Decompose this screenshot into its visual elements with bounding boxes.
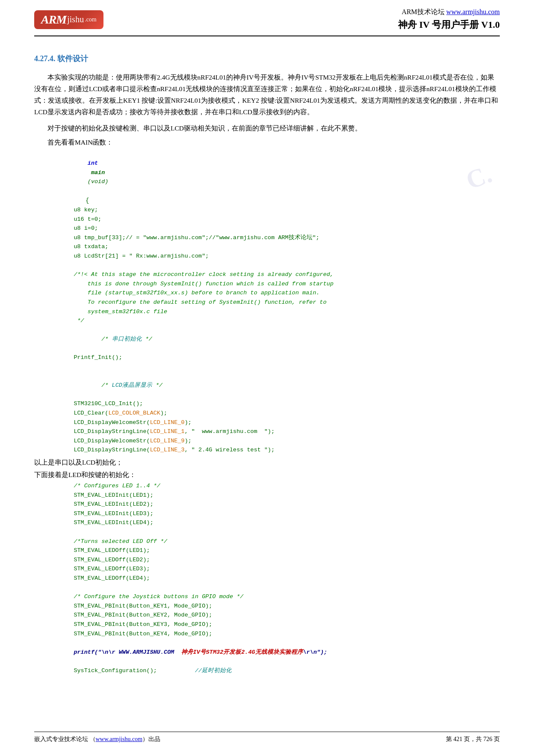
code-ledoff3: STM_EVAL_LEDOff(LED3); <box>60 564 500 574</box>
code-joy4: STM_EVAL_PBInit(Button_KEY4, Mode_GPIO); <box>60 629 500 639</box>
code-joy3: STM_EVAL_PBInit(Button_KEY3, Mode_GPIO); <box>60 620 500 629</box>
code-printf-line: printf("\n\r WWW.ARMJISHU.COM 神舟IV号STM32… <box>60 648 500 657</box>
para2: 对于按键的初始化及按键检测、串口以及LCD驱动相关知识，在前面的章节已经详细讲解… <box>34 122 500 134</box>
code-led4: STM_EVAL_LEDInit(LED4); <box>60 518 500 528</box>
code-led1: STM_EVAL_LEDInit(LED1); <box>60 491 500 500</box>
code-comment5: system_stm32f10x.c file <box>60 307 500 317</box>
logo-jishu: jishu <box>67 15 84 24</box>
para3: 首先看看MAIN函数： <box>34 138 500 147</box>
code-var3: u8 i=0; <box>60 224 500 233</box>
code-block-led: /* Configures LED 1..4 */ STM_EVAL_LEDIn… <box>60 481 500 675</box>
code-lcd1: STM3210C_LCD_Init(); <box>60 399 500 409</box>
code-joy-comment: /* Configure the Joystick buttons in GPI… <box>60 592 500 602</box>
footer-text-left: 嵌入式专业技术论坛 （ <box>34 736 96 742</box>
code-systick: SysTick_Configuration(); //延时初始化 <box>60 666 500 676</box>
code-led-off-comment: /*Turns selected LED Off */ <box>60 537 500 546</box>
code-lcd3: LCD_DisplayWelcomeStr(LCD_LINE_0); <box>60 418 500 427</box>
header-right: ARM技术论坛 www.armjishu.com 神舟 IV 号用户手册 V1.… <box>398 8 500 31</box>
code-comment2: this is done through SystemInit() functi… <box>60 279 500 289</box>
footer: 嵌入式专业技术论坛 （www.armjishu.com）出品 第 421 页，共… <box>34 732 500 743</box>
code-led-config-comment: /* Configures LED 1..4 */ <box>60 481 500 491</box>
main-content: 4.27.4. 软件设计 本实验实现的功能是：使用两块带有2.4G无线模块nRF… <box>34 41 500 675</box>
code-var4: u8 tmp_buf[33];// = "www.armjishu.com";/… <box>60 233 500 243</box>
code-joy1: STM_EVAL_PBInit(Button_KEY1, Mode_GPIO); <box>60 602 500 611</box>
footer-right: 第 421 页，共 726 页 <box>446 735 500 743</box>
code-ledoff2: STM_EVAL_LEDOff(LED2); <box>60 555 500 565</box>
code-printf-init: Printf_Init(); <box>60 353 500 362</box>
code-led2: STM_EVAL_LEDInit(LED2); <box>60 500 500 509</box>
code-lcd4: LCD_DisplayStringLine(LCD_LINE_1, " www.… <box>60 427 500 436</box>
code-ledoff4: STM_EVAL_LEDOff(LED4); <box>60 574 500 583</box>
logo-box: ARM jishu .com <box>34 10 103 29</box>
code-comment6: */ <box>60 316 500 326</box>
header: ARM jishu .com ARM技术论坛 www.armjishu.com … <box>34 0 500 36</box>
code-brace-open: { <box>86 196 500 205</box>
label-led-key: 下面接着是LED和按键的初始化： <box>34 471 500 480</box>
code-var2: u16 t=0; <box>60 215 500 224</box>
footer-left: 嵌入式专业技术论坛 （www.armjishu.com）出品 <box>34 735 160 743</box>
code-comment3: file (startup_stm32f10x_xx.s) before to … <box>60 288 500 298</box>
footer-text-left2: ）出品 <box>142 736 160 742</box>
label-serial-lcd: 以上是串口以及LCD初始化； <box>34 458 500 467</box>
footer-link[interactable]: www.armjishu.com <box>96 736 143 742</box>
code-lcd2: LCD_Clear(LCD_COLOR_BLACK); <box>60 409 500 418</box>
code-lcd-comment: /* LCD液晶屏显示 */ <box>60 372 500 400</box>
code-comment1: /*!< At this stage the microcontroller c… <box>60 270 500 279</box>
code-var1: u8 key; <box>60 205 500 215</box>
forum-link[interactable]: www.armjishu.com <box>446 8 500 15</box>
logo-dot-com: .com <box>85 16 97 23</box>
code-ledoff1: STM_EVAL_LEDOff(LED1); <box>60 546 500 555</box>
code-led3: STM_EVAL_LEDInit(LED3); <box>60 509 500 519</box>
code-main-func: int main (void) <box>60 150 500 196</box>
code-joy2: STM_EVAL_PBInit(Button_KEY2, Mode_GPIO); <box>60 611 500 620</box>
code-lcd6: LCD_DisplayStringLine(LCD_LINE_3, " 2.4G… <box>60 445 500 455</box>
forum-text: ARM技术论坛 <box>401 8 444 15</box>
code-comment4: To reconfigure the default setting of Sy… <box>60 298 500 307</box>
code-var6: u8 LcdStr[21] = " Rx:www.armjishu.com"; <box>60 252 500 261</box>
header-title: 神舟 IV 号用户手册 V1.0 <box>398 18 500 31</box>
para1: 本实验实现的功能是：使用两块带有2.4G无线模块nRF24L01的神舟IV号开发… <box>34 71 500 118</box>
section-title: 4.27.4. 软件设计 <box>34 53 500 64</box>
page-container: ARM jishu .com ARM技术论坛 www.armjishu.com … <box>0 0 534 756</box>
code-block-main: int main (void) { u8 key; u16 t=0; u8 i=… <box>60 150 500 455</box>
logo-area: ARM jishu .com <box>34 10 103 29</box>
code-serial-comment: /* 串口初始化 */ <box>60 326 500 353</box>
code-var5: u8 txdata; <box>60 242 500 252</box>
code-lcd5: LCD_DisplayWelcomeStr(LCD_LINE_9); <box>60 436 500 446</box>
header-forum: ARM技术论坛 www.armjishu.com <box>398 8 500 17</box>
logo-arm: ARM <box>41 13 66 27</box>
